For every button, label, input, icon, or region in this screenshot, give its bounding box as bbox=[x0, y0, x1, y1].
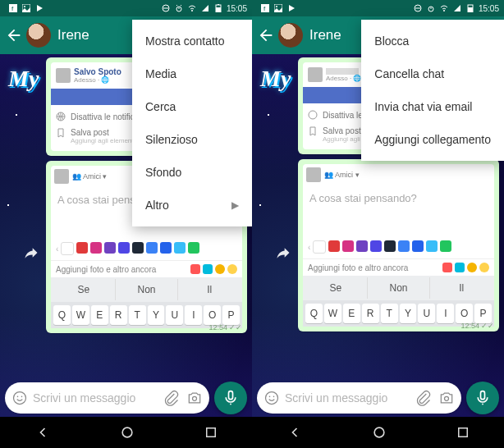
message-bubble[interactable]: 👥 Amici ▾ A cosa stai pensando? ‹ bbox=[298, 159, 499, 331]
menu-view-contact[interactable]: Mostra contatto bbox=[132, 25, 252, 57]
attach-icon[interactable] bbox=[163, 390, 180, 406]
svg-rect-13 bbox=[218, 4, 219, 5]
swatch[interactable] bbox=[440, 240, 451, 252]
svg-point-34 bbox=[269, 396, 271, 398]
swatch[interactable] bbox=[61, 242, 74, 255]
swatch[interactable] bbox=[160, 242, 172, 254]
menu-mute[interactable]: Silenzioso bbox=[132, 123, 252, 156]
key[interactable]: R bbox=[110, 305, 127, 325]
battery-icon bbox=[465, 3, 475, 13]
menu-clear-chat[interactable]: Cancella chat bbox=[361, 57, 504, 90]
swatch[interactable] bbox=[370, 240, 382, 252]
key[interactable]: P bbox=[222, 305, 240, 325]
forward-icon[interactable] bbox=[23, 245, 39, 261]
svg-point-32 bbox=[309, 111, 317, 119]
menu-email-chat[interactable]: Invia chat via email bbox=[361, 90, 504, 123]
svg-line-9 bbox=[181, 5, 181, 6]
emoji-icon[interactable] bbox=[263, 390, 280, 406]
key[interactable]: T bbox=[129, 305, 146, 325]
keyboard-suggestions: Se Non Il bbox=[303, 276, 494, 300]
swatch[interactable] bbox=[426, 240, 438, 252]
suggestion[interactable]: Il bbox=[430, 277, 493, 299]
camera-icon[interactable] bbox=[186, 390, 203, 406]
message-input[interactable]: Scrivi un messaggio bbox=[5, 382, 209, 414]
svg-point-36 bbox=[445, 396, 449, 400]
key[interactable]: Q bbox=[53, 305, 71, 325]
swatch[interactable] bbox=[132, 242, 144, 254]
swatch[interactable] bbox=[398, 240, 410, 252]
nav-recents-icon[interactable] bbox=[456, 425, 470, 440]
voice-button[interactable] bbox=[466, 382, 499, 414]
key[interactable]: I bbox=[437, 304, 454, 323]
key[interactable]: W bbox=[72, 305, 89, 325]
message-input[interactable]: Scrivi un messaggio bbox=[257, 382, 461, 414]
swatch[interactable] bbox=[104, 242, 116, 254]
input-placeholder: Scrivi un messaggio bbox=[28, 391, 163, 405]
key[interactable]: T bbox=[381, 304, 398, 323]
suggestion[interactable]: Se bbox=[53, 279, 116, 300]
avatar[interactable] bbox=[26, 23, 51, 48]
key[interactable]: P bbox=[474, 304, 492, 323]
swatch[interactable] bbox=[356, 240, 368, 252]
input-bar: Scrivi un messaggio bbox=[0, 379, 252, 417]
suggestion[interactable]: Non bbox=[116, 279, 179, 300]
menu-search[interactable]: Cerca bbox=[132, 90, 252, 123]
gallery-icon bbox=[273, 3, 283, 13]
nav-back-icon[interactable] bbox=[34, 424, 51, 441]
swatch[interactable] bbox=[76, 242, 88, 254]
camera-icon[interactable] bbox=[438, 390, 455, 406]
key[interactable]: E bbox=[91, 305, 108, 325]
key[interactable]: W bbox=[324, 304, 341, 323]
chat-title[interactable]: Irene bbox=[57, 27, 89, 43]
nav-recents-icon[interactable] bbox=[204, 425, 218, 440]
emoji-icon[interactable] bbox=[11, 390, 28, 406]
key[interactable]: Y bbox=[148, 305, 165, 325]
menu-media[interactable]: Media bbox=[132, 57, 252, 90]
swatch[interactable] bbox=[384, 240, 396, 252]
gallery-icon bbox=[21, 3, 31, 13]
swatch[interactable] bbox=[328, 240, 340, 252]
swatch[interactable] bbox=[188, 242, 199, 254]
signal-icon bbox=[452, 3, 462, 13]
key[interactable]: U bbox=[166, 305, 183, 325]
key[interactable]: E bbox=[343, 304, 360, 323]
suggestion[interactable]: Non bbox=[368, 277, 431, 299]
attach-icon[interactable] bbox=[415, 390, 432, 406]
swatch[interactable] bbox=[313, 240, 326, 254]
swatch[interactable] bbox=[412, 240, 424, 252]
voice-button[interactable] bbox=[214, 382, 247, 414]
menu-more[interactable]: Altro▶ bbox=[132, 189, 252, 222]
feeling-icon bbox=[227, 264, 237, 274]
swatch[interactable] bbox=[90, 242, 102, 254]
swatch[interactable] bbox=[174, 242, 186, 254]
swatch[interactable] bbox=[146, 242, 158, 254]
menu-wallpaper[interactable]: Sfondo bbox=[132, 156, 252, 189]
nav-home-icon[interactable] bbox=[371, 424, 387, 441]
nav-back-icon[interactable] bbox=[286, 424, 303, 441]
key[interactable]: Q bbox=[305, 304, 323, 323]
menu-add-shortcut[interactable]: Aggiungi collegamento bbox=[361, 123, 504, 156]
wifi-icon bbox=[187, 3, 197, 13]
suggestion[interactable]: Se bbox=[305, 277, 368, 299]
phone-right: f 15:05 Irene My Blocca Cancella chat In… bbox=[252, 0, 504, 448]
chat-title[interactable]: Irene bbox=[309, 27, 341, 43]
svg-point-19 bbox=[122, 427, 132, 437]
menu-block[interactable]: Blocca bbox=[361, 25, 504, 57]
key[interactable]: R bbox=[362, 304, 379, 323]
chevron-left-icon: ‹ bbox=[56, 245, 58, 254]
key[interactable]: U bbox=[418, 304, 435, 323]
key[interactable]: I bbox=[185, 305, 202, 325]
forward-icon[interactable] bbox=[275, 245, 291, 261]
nav-home-icon[interactable] bbox=[119, 424, 135, 441]
avatar[interactable] bbox=[278, 23, 303, 48]
swatch[interactable] bbox=[342, 240, 354, 252]
suggestion[interactable]: Il bbox=[178, 279, 241, 300]
svg-point-3 bbox=[24, 6, 25, 7]
key[interactable]: O bbox=[204, 305, 221, 325]
swatch[interactable] bbox=[118, 242, 130, 254]
back-icon[interactable] bbox=[5, 26, 23, 44]
back-icon[interactable] bbox=[257, 26, 275, 44]
key[interactable]: Y bbox=[400, 304, 417, 323]
location-icon bbox=[215, 264, 225, 274]
key[interactable]: O bbox=[456, 304, 473, 323]
